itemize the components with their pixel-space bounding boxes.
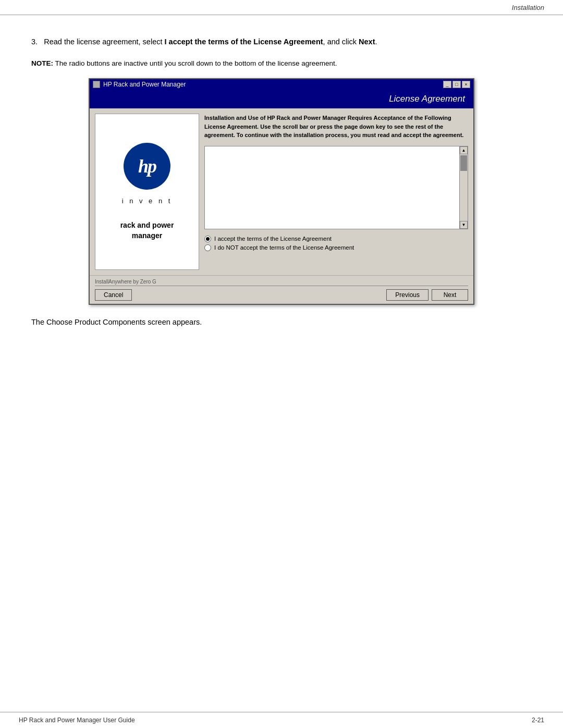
scroll-down-button[interactable]: ▼ [460,221,468,229]
hp-logo: hp [124,143,170,190]
hp-logo-text: hp [138,155,156,177]
dialog-window: HP Rack and Power Manager _ □ × License … [89,78,474,305]
radio-not-accept[interactable]: I do NOT accept the terms of the License… [204,244,468,251]
note-label: NOTE: [31,59,53,67]
minimize-button[interactable]: _ [443,81,451,88]
hp-product-name: rack and powermanager [120,220,174,241]
radio-not-accept-input[interactable] [204,244,211,251]
dialog-header-bar: License Agreement [90,90,473,108]
titlebar-controls[interactable]: _ □ × [443,81,470,88]
step-bold-text: I accept the terms of the License Agreem… [165,38,323,46]
dialog-right-panel: Installation and Use of HP Rack and Powe… [204,114,468,270]
dialog-header-title: License Agreement [389,94,465,104]
dialog-titlebar: HP Rack and Power Manager _ □ × [90,79,473,90]
step-text-after: , and click [323,38,359,46]
radio-accept-input[interactable] [204,236,211,242]
footer-buttons: Cancel Previous Next [95,289,468,301]
note-paragraph: NOTE: The radio buttons are inactive unt… [31,58,532,69]
radio-accept[interactable]: I accept the terms of the License Agreem… [204,236,468,242]
scrollbar-track[interactable]: ▲ ▼ [459,146,468,229]
section-label: Installation [512,4,544,11]
radio-accept-label: I accept the terms of the License Agreem… [214,236,332,242]
footer-right-buttons: Previous Next [386,289,468,301]
scrollbar-thumb[interactable] [460,155,467,171]
restore-button[interactable]: □ [452,81,461,88]
dialog-body: hp i n v e n t rack and powermanager Ins… [90,108,473,275]
next-button[interactable]: Next [432,289,468,301]
step-next-text: Next [359,38,375,46]
dialog-footer: InstallAnywhere by Zero G Cancel Previou… [90,275,473,304]
step-instruction: 3. Read the license agreement, select I … [31,36,532,48]
page-header: Installation [0,0,563,15]
previous-button[interactable]: Previous [386,289,429,301]
step-text-before: Read the license agreement, select [44,38,164,46]
hp-invent-text: i n v e n t [122,197,173,205]
footer-right-text: 2-21 [532,717,544,724]
cancel-button[interactable]: Cancel [95,289,132,301]
step-number: 3. [31,38,38,46]
titlebar-left: HP Rack and Power Manager [93,81,186,88]
titlebar-title: HP Rack and Power Manager [103,81,186,88]
caption-text: The Choose Product Components screen app… [31,316,532,328]
license-scrollbox[interactable]: ▲ ▼ [204,146,468,229]
footer-left-text: HP Rack and Power Manager User Guide [19,717,135,724]
step-text-end: . [375,38,377,46]
license-intro-text: Installation and Use of HP Rack and Powe… [204,114,468,140]
radio-not-accept-label: I do NOT accept the terms of the License… [214,244,354,251]
note-text: The radio buttons are inactive until you… [53,59,337,67]
page-footer: HP Rack and Power Manager User Guide 2-2… [0,712,563,728]
close-button[interactable]: × [462,81,470,88]
page-content: 3. Read the license agreement, select I … [0,15,563,371]
titlebar-icon [93,81,100,88]
scroll-up-button[interactable]: ▲ [460,146,468,154]
dialog-left-panel: hp i n v e n t rack and powermanager [95,114,199,270]
radio-options: I accept the terms of the License Agreem… [204,233,468,253]
install-anywhere-label: InstallAnywhere by Zero G [95,279,468,286]
